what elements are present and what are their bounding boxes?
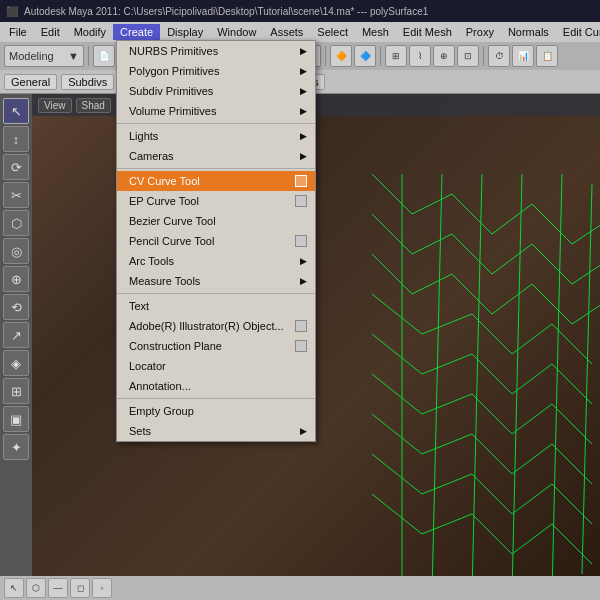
menu-item-label: Bezier Curve Tool <box>129 215 216 227</box>
face-mode-btn[interactable]: ◻ <box>70 578 90 598</box>
menu-item-sets[interactable]: Sets▶ <box>117 421 315 441</box>
toolbar-separator5 <box>380 46 381 66</box>
options-box-icon[interactable] <box>295 320 307 332</box>
menu-separator <box>117 398 315 399</box>
select-mode-btn[interactable]: ↖ <box>4 578 24 598</box>
submenu-arrow-icon: ▶ <box>300 46 307 56</box>
render-btn[interactable]: 🔶 <box>330 45 352 67</box>
snap-grid-btn[interactable]: ⊞ <box>385 45 407 67</box>
menu-item-empty-group[interactable]: Empty Group <box>117 401 315 421</box>
submenu-arrow-icon: ▶ <box>300 106 307 116</box>
menu-item-pencil-curve-tool[interactable]: Pencil Curve Tool <box>117 231 315 251</box>
sidebar-tool-9[interactable]: ◈ <box>3 350 29 376</box>
toolbar-separator6 <box>483 46 484 66</box>
menu-item-measure-tools[interactable]: Measure Tools▶ <box>117 271 315 291</box>
attr-btn[interactable]: 📋 <box>536 45 558 67</box>
menu-item-label: Cameras <box>129 150 174 162</box>
app-icon: ⬛ <box>6 6 18 17</box>
menu-item-lights[interactable]: Lights▶ <box>117 126 315 146</box>
menu-item-assets[interactable]: Assets <box>263 24 310 40</box>
submenu-arrow-icon: ▶ <box>300 131 307 141</box>
sidebar-tool-1[interactable]: ↕ <box>3 126 29 152</box>
sidebar-tool-8[interactable]: ↗ <box>3 322 29 348</box>
menu-item-label: Polygon Primitives <box>129 65 219 77</box>
snap-surface-btn[interactable]: ⊡ <box>457 45 479 67</box>
options-box-icon[interactable] <box>295 340 307 352</box>
menu-item-mesh[interactable]: Mesh <box>355 24 396 40</box>
menu-item-ep-curve-tool[interactable]: EP Curve Tool <box>117 191 315 211</box>
history-btn[interactable]: ⏱ <box>488 45 510 67</box>
menu-item-label: Pencil Curve Tool <box>129 235 214 247</box>
menu-separator <box>117 293 315 294</box>
options-box-icon[interactable] <box>295 175 307 187</box>
menu-item-polygon-primitives[interactable]: Polygon Primitives▶ <box>117 61 315 81</box>
vertex-mode-btn[interactable]: ◦ <box>92 578 112 598</box>
sidebar-tool-4[interactable]: ⬡ <box>3 210 29 236</box>
shading-tab[interactable]: Shad <box>76 98 111 113</box>
modeling-label: Modeling <box>9 50 54 62</box>
sidebar-tool-6[interactable]: ⊕ <box>3 266 29 292</box>
menu-item-arc-tools[interactable]: Arc Tools▶ <box>117 251 315 271</box>
menu-item-adobe-r--illustrator-r--object[interactable]: Adobe(R) Illustrator(R) Object... <box>117 316 315 336</box>
menu-item-nurbs-primitives[interactable]: NURBS Primitives▶ <box>117 41 315 61</box>
menu-item-text[interactable]: Text <box>117 296 315 316</box>
menu-item-normals[interactable]: Normals <box>501 24 556 40</box>
sidebar-tool-5[interactable]: ◎ <box>3 238 29 264</box>
dropdown-arrow-icon: ▼ <box>68 50 79 62</box>
menu-item-label: Empty Group <box>129 405 194 417</box>
menu-item-annotation---[interactable]: Annotation... <box>117 376 315 396</box>
title-text: Autodesk Maya 2011: C:\Users\Picipolivad… <box>24 6 428 17</box>
menu-item-label: Arc Tools <box>129 255 174 267</box>
sidebar-tool-2[interactable]: ⟳ <box>3 154 29 180</box>
snap-curve-btn[interactable]: ⌇ <box>409 45 431 67</box>
submenu-arrow-icon: ▶ <box>300 66 307 76</box>
tab-subdivs[interactable]: Subdivs <box>61 74 114 90</box>
menu-item-modify[interactable]: Modify <box>67 24 113 40</box>
menu-item-cv-curve-tool[interactable]: CV Curve Tool <box>117 171 315 191</box>
menu-item-window[interactable]: Window <box>210 24 263 40</box>
sidebar-tool-3[interactable]: ✂ <box>3 182 29 208</box>
submenu-arrow-icon: ▶ <box>300 86 307 96</box>
menu-item-volume-primitives[interactable]: Volume Primitives▶ <box>117 101 315 121</box>
sidebar-tool-7[interactable]: ⟲ <box>3 294 29 320</box>
menu-item-label: Volume Primitives <box>129 105 216 117</box>
menu-item-bezier-curve-tool[interactable]: Bezier Curve Tool <box>117 211 315 231</box>
menu-separator <box>117 123 315 124</box>
menu-item-label: CV Curve Tool <box>129 175 200 187</box>
menu-item-edit-curv[interactable]: Edit Curv <box>556 24 600 40</box>
view-tab[interactable]: View <box>38 98 72 113</box>
options-box-icon[interactable] <box>295 235 307 247</box>
menu-item-label: EP Curve Tool <box>129 195 199 207</box>
menu-item-label: Construction Plane <box>129 340 222 352</box>
create-menu-dropdown[interactable]: NURBS Primitives▶Polygon Primitives▶Subd… <box>116 40 316 442</box>
tab-general[interactable]: General <box>4 74 57 90</box>
titlebar: ⬛ Autodesk Maya 2011: C:\Users\Picipoliv… <box>0 0 600 22</box>
snap-point-btn[interactable]: ⊕ <box>433 45 455 67</box>
ipr-btn[interactable]: 🔷 <box>354 45 376 67</box>
menu-item-display[interactable]: Display <box>160 24 210 40</box>
toolbar-row3: ↖ ⬡ — ◻ ◦ <box>0 576 600 600</box>
menu-item-select[interactable]: Select <box>310 24 355 40</box>
menu-item-label: Subdiv Primitives <box>129 85 213 97</box>
submenu-arrow-icon: ▶ <box>300 426 307 436</box>
sidebar-tool-12[interactable]: ✦ <box>3 434 29 460</box>
options-box-icon[interactable] <box>295 195 307 207</box>
menu-item-label: Adobe(R) Illustrator(R) Object... <box>129 320 284 332</box>
menu-item-edit-mesh[interactable]: Edit Mesh <box>396 24 459 40</box>
sidebar-tool-10[interactable]: ⊞ <box>3 378 29 404</box>
sidebar-tool-0[interactable]: ↖ <box>3 98 29 124</box>
menu-item-cameras[interactable]: Cameras▶ <box>117 146 315 166</box>
sidebar-tool-11[interactable]: ▣ <box>3 406 29 432</box>
channel-btn[interactable]: 📊 <box>512 45 534 67</box>
menu-item-edit[interactable]: Edit <box>34 24 67 40</box>
menu-item-file[interactable]: File <box>2 24 34 40</box>
edge-mode-btn[interactable]: — <box>48 578 68 598</box>
poly-mode-btn[interactable]: ⬡ <box>26 578 46 598</box>
modeling-dropdown[interactable]: Modeling ▼ <box>4 45 84 67</box>
new-scene-btn[interactable]: 📄 <box>93 45 115 67</box>
menu-item-subdiv-primitives[interactable]: Subdiv Primitives▶ <box>117 81 315 101</box>
menu-item-proxy[interactable]: Proxy <box>459 24 501 40</box>
menu-item-locator[interactable]: Locator <box>117 356 315 376</box>
menu-item-create[interactable]: Create <box>113 24 160 40</box>
menu-item-construction-plane[interactable]: Construction Plane <box>117 336 315 356</box>
